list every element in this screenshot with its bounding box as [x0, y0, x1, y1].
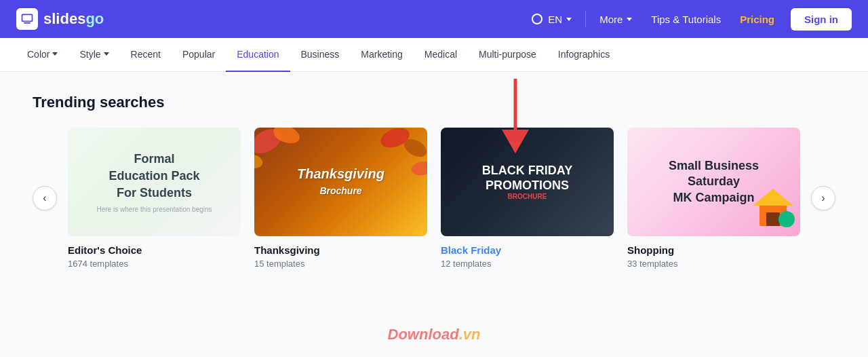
signin-button[interactable]: Sign in	[791, 8, 852, 31]
card-editors-choice[interactable]: Formal Education Pack For Students Here …	[68, 128, 241, 269]
pricing-button[interactable]: Pricing	[732, 10, 783, 29]
card-img-4-text: Small Business Saturday MK Campaign	[669, 158, 759, 206]
card-img-1-bg: Formal Education Pack For Students Here …	[68, 128, 241, 236]
card-1-line3: For Students	[117, 186, 192, 200]
logo[interactable]: slidesgo	[16, 8, 104, 30]
watermark: Download.vn	[388, 326, 481, 343]
card-4-line2: Saturday	[688, 174, 740, 188]
lang-chevron-icon	[566, 18, 572, 21]
nav-recent[interactable]: Recent	[120, 38, 172, 72]
nav-medical[interactable]: Medical	[414, 38, 468, 72]
nav-popular[interactable]: Popular	[172, 38, 226, 72]
svg-marker-4	[502, 130, 529, 153]
card-img-4-bg: Small Business Saturday MK Campaign	[627, 128, 800, 236]
nav-infographics[interactable]: Infographics	[547, 38, 620, 72]
nav-medical-label: Medical	[425, 49, 457, 60]
svg-rect-1	[22, 15, 31, 20]
card-black-friday-title: Black Friday	[441, 244, 614, 256]
nav-multipurpose-label: Multi-purpose	[479, 49, 536, 60]
cards-row: Formal Education Pack For Students Here …	[68, 128, 800, 269]
card-4-line3: MK Campaign	[673, 191, 754, 204]
card-3-line2: PROMOTIONS	[486, 178, 569, 192]
language-button[interactable]: EN	[524, 10, 580, 29]
card-1-line2: Education Pack	[108, 169, 199, 183]
nav-business[interactable]: Business	[290, 38, 351, 72]
logo-text: slidesgo	[43, 10, 104, 28]
card-shopping-image: Small Business Saturday MK Campaign	[627, 128, 800, 236]
card-img-2-text: ThanksgivingBrochure	[297, 166, 384, 198]
svg-rect-13	[766, 212, 780, 226]
nav-color-label: Color	[27, 49, 50, 60]
card-img-3-text: BLACK FRIDAY PROMOTIONS	[482, 164, 572, 193]
nav-color[interactable]: Color	[16, 38, 68, 72]
more-chevron-icon	[627, 18, 632, 21]
logo-slides: slides	[43, 10, 85, 27]
nav-style[interactable]: Style	[68, 38, 119, 72]
card-editors-choice-image: Formal Education Pack For Students Here …	[68, 128, 241, 236]
prev-arrow-icon: ‹	[43, 192, 46, 204]
nav-education-label: Education	[237, 49, 279, 60]
card-3-line1: BLACK FRIDAY	[482, 164, 572, 177]
nav-recent-label: Recent	[131, 49, 161, 60]
card-1-sub: Here is where this presentation begins	[96, 206, 212, 213]
color-chevron-icon	[52, 52, 58, 56]
cards-wrapper: ‹ Formal Education Pack For Students Her…	[33, 128, 835, 269]
nav-business-label: Business	[301, 49, 340, 60]
nav-marketing-label: Marketing	[361, 49, 402, 60]
logo-icon	[16, 8, 38, 30]
card-shopping[interactable]: Small Business Saturday MK Campaign Shop…	[627, 128, 800, 269]
card-img-1-text: Formal Education Pack For Students	[96, 151, 212, 202]
svg-rect-2	[24, 22, 31, 24]
card-4-line1: Small Business	[669, 159, 759, 172]
style-chevron-icon	[104, 52, 109, 56]
signin-label: Sign in	[804, 14, 838, 25]
svg-point-14	[778, 211, 795, 227]
prev-arrow-button[interactable]: ‹	[33, 186, 57, 210]
logo-go: go	[85, 10, 104, 27]
globe-icon	[532, 14, 542, 24]
navbar: Color Style Recent Popular Education Bus…	[0, 38, 868, 72]
next-arrow-button[interactable]: ›	[811, 186, 835, 210]
card-thanksgiving-subtitle: 15 templates	[254, 259, 427, 269]
more-button[interactable]: More	[591, 10, 640, 29]
card-1-line1: Formal	[134, 152, 174, 166]
next-arrow-icon: ›	[821, 192, 825, 204]
card-thanksgiving-image: ThanksgivingBrochure	[254, 128, 427, 236]
card-shopping-subtitle: 33 templates	[627, 259, 800, 269]
card-black-friday-subtitle: 12 templates	[441, 259, 614, 269]
card-editors-choice-title: Editor's Choice	[68, 244, 241, 256]
nav-infographics-label: Infographics	[558, 49, 610, 60]
card-shopping-title: Shopping	[627, 244, 800, 256]
card-thanksgiving-title: Thanksgiving	[254, 244, 427, 256]
nav-style-label: Style	[79, 49, 100, 60]
nav-marketing[interactable]: Marketing	[350, 38, 413, 72]
header: slidesgo EN More Tips & Tutorials Pricin…	[0, 0, 868, 38]
svg-point-10	[410, 159, 427, 176]
nav-popular-label: Popular	[182, 49, 215, 60]
more-label: More	[599, 14, 623, 25]
nav-multipurpose[interactable]: Multi-purpose	[468, 38, 547, 72]
main-content: Trending searches ‹ Formal Education Pac…	[0, 72, 868, 357]
nav-education[interactable]: Education	[226, 38, 290, 72]
section-title: Trending searches	[33, 94, 835, 111]
card-3-sub: Brochure	[482, 193, 572, 200]
lang-label: EN	[548, 14, 562, 25]
card-img-2-bg: ThanksgivingBrochure	[254, 128, 427, 236]
pricing-label: Pricing	[740, 14, 774, 25]
svg-point-9	[254, 153, 264, 170]
header-divider	[585, 11, 586, 27]
tips-label: Tips & Tutorials	[651, 14, 721, 25]
card-thanksgiving[interactable]: ThanksgivingBrochure Thanksgiving 15 tem…	[254, 128, 427, 269]
arrow-annotation	[495, 79, 536, 163]
card-editors-choice-subtitle: 1674 templates	[68, 259, 241, 269]
header-right: EN More Tips & Tutorials Pricing Sign in	[524, 8, 852, 31]
tips-button[interactable]: Tips & Tutorials	[643, 10, 729, 29]
